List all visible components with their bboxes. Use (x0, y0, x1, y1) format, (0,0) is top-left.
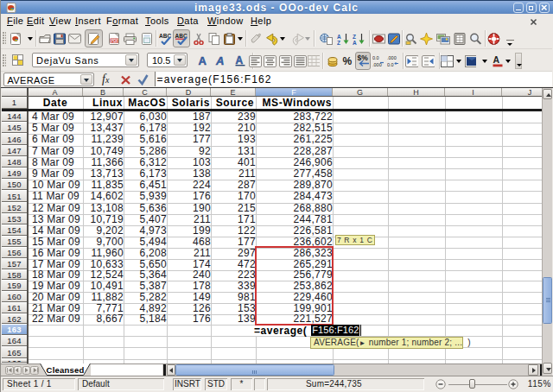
svg-text:.000: .000 (387, 55, 397, 60)
svg-text:Z: Z (337, 40, 340, 45)
svg-text:A: A (215, 54, 224, 67)
svg-text:0.0: 0.0 (372, 55, 379, 60)
svg-text:%: % (343, 55, 353, 67)
svg-text:0.0: 0.0 (387, 62, 394, 67)
svg-text:Z: Z (353, 34, 356, 40)
svg-text:PDF: PDF (111, 39, 118, 43)
svg-text:A: A (337, 34, 341, 40)
svg-text:A: A (493, 54, 500, 65)
svg-text:A: A (236, 54, 244, 66)
svg-text:A: A (353, 40, 357, 45)
svg-text:A: A (199, 54, 207, 67)
